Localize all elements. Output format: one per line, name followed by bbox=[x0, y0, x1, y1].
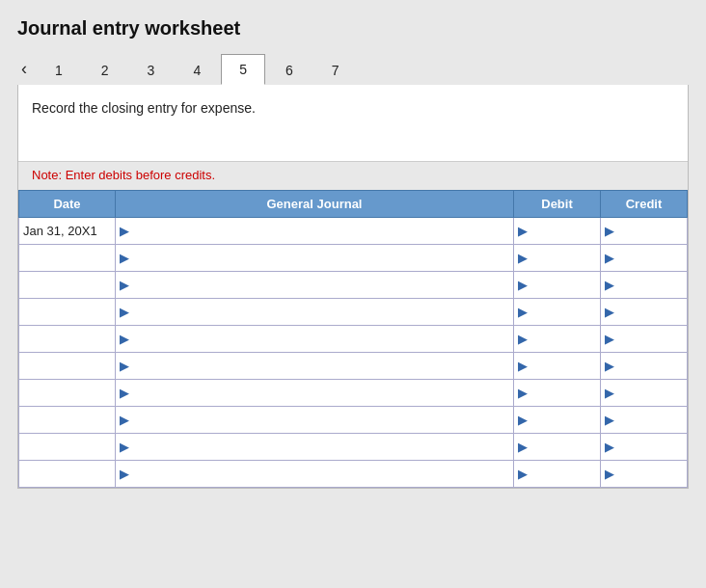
date-cell-2[interactable] bbox=[19, 272, 116, 299]
tab-back-arrow[interactable]: ‹ bbox=[17, 53, 37, 85]
credit-cell-2[interactable]: ▶ bbox=[601, 272, 688, 299]
debit-cell-1[interactable]: ▶ bbox=[514, 245, 601, 272]
debit-cell-2[interactable]: ▶ bbox=[514, 272, 601, 299]
worksheet-card: Record the closing entry for expense. No… bbox=[17, 85, 689, 489]
debit-arrow-3[interactable]: ▶ bbox=[518, 305, 528, 319]
debit-cell-7[interactable]: ▶ bbox=[514, 407, 601, 434]
journal-arrow-5[interactable]: ▶ bbox=[120, 359, 129, 373]
credit-cell-3[interactable]: ▶ bbox=[601, 299, 688, 326]
tab-4[interactable]: 4 bbox=[175, 55, 219, 85]
debit-arrow-1[interactable]: ▶ bbox=[518, 251, 528, 265]
journal-arrow-2[interactable]: ▶ bbox=[120, 278, 129, 292]
instruction-text: Record the closing entry for expense. bbox=[32, 100, 256, 116]
table-row: ▶▶▶ bbox=[19, 434, 688, 461]
credit-arrow-6[interactable]: ▶ bbox=[605, 386, 614, 400]
date-cell-9[interactable] bbox=[19, 461, 116, 488]
table-header-row: Date General Journal Debit Credit bbox=[19, 191, 688, 218]
debit-cell-4[interactable]: ▶ bbox=[514, 326, 601, 353]
table-row: ▶▶▶ bbox=[19, 299, 688, 326]
credit-arrow-0[interactable]: ▶ bbox=[605, 224, 614, 238]
date-cell-1[interactable] bbox=[19, 245, 116, 272]
debit-cell-8[interactable]: ▶ bbox=[514, 434, 601, 461]
header-debit: Debit bbox=[514, 191, 601, 218]
date-cell-8[interactable] bbox=[19, 434, 116, 461]
debit-arrow-5[interactable]: ▶ bbox=[518, 359, 528, 373]
journal-cell-7[interactable]: ▶ bbox=[116, 407, 514, 434]
debit-cell-0[interactable]: ▶ bbox=[514, 218, 601, 245]
journal-arrow-3[interactable]: ▶ bbox=[120, 305, 129, 319]
credit-arrow-7[interactable]: ▶ bbox=[605, 413, 614, 427]
credit-arrow-5[interactable]: ▶ bbox=[605, 359, 614, 373]
credit-cell-7[interactable]: ▶ bbox=[601, 407, 688, 434]
table-row: Jan 31, 20X1▶▶▶ bbox=[19, 218, 688, 245]
credit-arrow-1[interactable]: ▶ bbox=[605, 251, 614, 265]
journal-arrow-1[interactable]: ▶ bbox=[120, 251, 129, 265]
table-row: ▶▶▶ bbox=[19, 380, 688, 407]
debit-cell-3[interactable]: ▶ bbox=[514, 299, 601, 326]
journal-cell-5[interactable]: ▶ bbox=[116, 353, 514, 380]
credit-cell-0[interactable]: ▶ bbox=[601, 218, 688, 245]
credit-arrow-8[interactable]: ▶ bbox=[605, 440, 614, 454]
table-row: ▶▶▶ bbox=[19, 326, 688, 353]
date-cell-3[interactable] bbox=[19, 299, 116, 326]
debit-arrow-8[interactable]: ▶ bbox=[518, 440, 528, 454]
journal-arrow-7[interactable]: ▶ bbox=[120, 413, 129, 427]
debit-arrow-2[interactable]: ▶ bbox=[518, 278, 528, 292]
credit-arrow-3[interactable]: ▶ bbox=[605, 305, 614, 319]
header-general-journal: General Journal bbox=[116, 191, 514, 218]
tab-2[interactable]: 2 bbox=[83, 55, 127, 85]
journal-cell-3[interactable]: ▶ bbox=[116, 299, 514, 326]
credit-arrow-9[interactable]: ▶ bbox=[605, 467, 614, 481]
credit-arrow-4[interactable]: ▶ bbox=[605, 332, 614, 346]
date-cell-4[interactable] bbox=[19, 326, 116, 353]
table-row: ▶▶▶ bbox=[19, 272, 688, 299]
journal-cell-8[interactable]: ▶ bbox=[116, 434, 514, 461]
journal-arrow-6[interactable]: ▶ bbox=[120, 386, 129, 400]
debit-arrow-6[interactable]: ▶ bbox=[518, 386, 528, 400]
instruction-box: Record the closing entry for expense. bbox=[18, 85, 688, 162]
journal-cell-9[interactable]: ▶ bbox=[116, 461, 514, 488]
journal-arrow-0[interactable]: ▶ bbox=[120, 224, 129, 238]
tabs-row: ‹ 1 2 3 4 5 6 7 bbox=[17, 53, 689, 85]
debit-arrow-7[interactable]: ▶ bbox=[518, 413, 528, 427]
debit-arrow-0[interactable]: ▶ bbox=[518, 224, 528, 238]
credit-cell-5[interactable]: ▶ bbox=[601, 353, 688, 380]
page-container: Journal entry worksheet ‹ 1 2 3 4 5 6 7 … bbox=[0, 0, 706, 506]
header-date: Date bbox=[19, 191, 116, 218]
tab-3[interactable]: 3 bbox=[129, 55, 174, 85]
debit-cell-9[interactable]: ▶ bbox=[514, 461, 601, 488]
tab-6[interactable]: 6 bbox=[267, 55, 312, 85]
debit-arrow-9[interactable]: ▶ bbox=[518, 467, 528, 481]
date-cell-5[interactable] bbox=[19, 353, 116, 380]
journal-table: Date General Journal Debit Credit Jan 31… bbox=[18, 190, 688, 488]
credit-cell-6[interactable]: ▶ bbox=[601, 380, 688, 407]
date-cell-7[interactable] bbox=[19, 407, 116, 434]
debit-cell-6[interactable]: ▶ bbox=[514, 380, 601, 407]
debit-arrow-4[interactable]: ▶ bbox=[518, 332, 528, 346]
debit-cell-5[interactable]: ▶ bbox=[514, 353, 601, 380]
date-cell-6[interactable] bbox=[19, 380, 116, 407]
credit-cell-8[interactable]: ▶ bbox=[601, 434, 688, 461]
journal-cell-2[interactable]: ▶ bbox=[116, 272, 514, 299]
journal-arrow-4[interactable]: ▶ bbox=[120, 332, 129, 346]
tab-5[interactable]: 5 bbox=[221, 54, 265, 85]
credit-cell-1[interactable]: ▶ bbox=[601, 245, 688, 272]
tab-7[interactable]: 7 bbox=[313, 55, 358, 85]
note-text: Note: Enter debits before credits. bbox=[18, 162, 688, 190]
date-cell-0[interactable]: Jan 31, 20X1 bbox=[19, 218, 116, 245]
journal-arrow-9[interactable]: ▶ bbox=[120, 467, 129, 481]
table-row: ▶▶▶ bbox=[19, 353, 688, 380]
journal-cell-4[interactable]: ▶ bbox=[116, 326, 514, 353]
journal-cell-6[interactable]: ▶ bbox=[116, 380, 514, 407]
credit-cell-9[interactable]: ▶ bbox=[601, 461, 688, 488]
credit-arrow-2[interactable]: ▶ bbox=[605, 278, 614, 292]
tab-1[interactable]: 1 bbox=[37, 55, 81, 85]
credit-cell-4[interactable]: ▶ bbox=[601, 326, 688, 353]
header-credit: Credit bbox=[601, 191, 688, 218]
page-title: Journal entry worksheet bbox=[17, 17, 689, 40]
table-row: ▶▶▶ bbox=[19, 245, 688, 272]
journal-cell-0[interactable]: ▶ bbox=[116, 218, 514, 245]
journal-cell-1[interactable]: ▶ bbox=[116, 245, 514, 272]
journal-arrow-8[interactable]: ▶ bbox=[120, 440, 129, 454]
table-row: ▶▶▶ bbox=[19, 407, 688, 434]
